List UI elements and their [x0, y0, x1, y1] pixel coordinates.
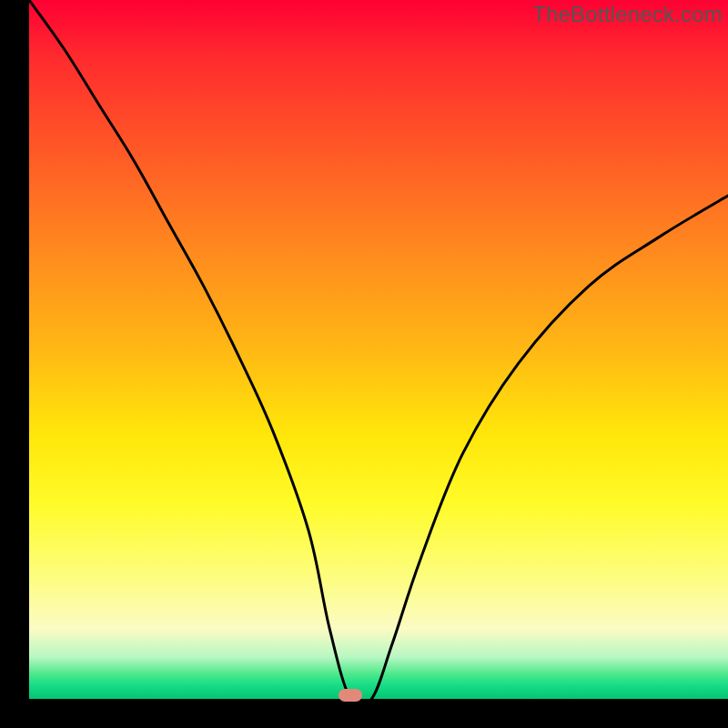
bottleneck-curve	[29, 0, 728, 699]
optimum-marker	[339, 689, 362, 702]
curve-svg	[29, 0, 728, 699]
plot-area: TheBottleneck.com	[29, 0, 728, 699]
chart-frame: TheBottleneck.com	[0, 0, 728, 728]
